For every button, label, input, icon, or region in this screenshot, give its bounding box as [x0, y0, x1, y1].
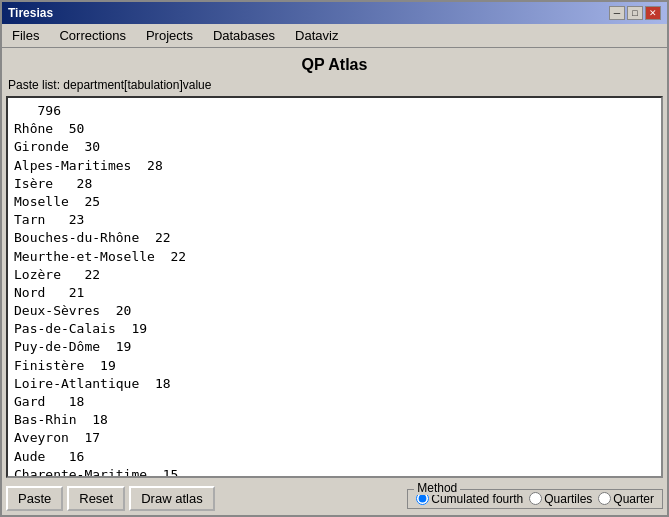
bottom-bar: Paste Reset Draw atlas Method Cumulated …: [2, 482, 667, 515]
close-button[interactable]: ✕: [645, 6, 661, 20]
maximize-button[interactable]: □: [627, 6, 643, 20]
page-title: QP Atlas: [6, 56, 663, 74]
radio-quartiles-label: Quartiles: [544, 492, 592, 506]
data-area[interactable]: 796 Rhône 50 Gironde 30 Alpes-Maritimes …: [6, 96, 663, 478]
radio-quarter-label: Quarter: [613, 492, 654, 506]
radio-quarter[interactable]: Quarter: [598, 492, 654, 506]
menu-corrections[interactable]: Corrections: [53, 26, 131, 45]
minimize-button[interactable]: ─: [609, 6, 625, 20]
radio-quartiles-input[interactable]: [529, 492, 542, 505]
title-bar: Tiresias ─ □ ✕: [2, 2, 667, 24]
menu-bar: Files Corrections Projects Databases Dat…: [2, 24, 667, 48]
menu-projects[interactable]: Projects: [140, 26, 199, 45]
draw-atlas-button[interactable]: Draw atlas: [129, 486, 214, 511]
radio-quarter-input[interactable]: [598, 492, 611, 505]
paste-button[interactable]: Paste: [6, 486, 63, 511]
main-content: QP Atlas Paste list: department[tabulati…: [2, 48, 667, 482]
menu-files[interactable]: Files: [6, 26, 45, 45]
menu-databases[interactable]: Databases: [207, 26, 281, 45]
reset-button[interactable]: Reset: [67, 486, 125, 511]
title-bar-text: Tiresias: [8, 6, 53, 20]
title-bar-controls: ─ □ ✕: [609, 6, 661, 20]
main-window: Tiresias ─ □ ✕ Files Corrections Project…: [0, 0, 669, 517]
method-group: Method Cumulated fourth Quartiles Quarte…: [407, 489, 663, 509]
method-legend: Method: [414, 481, 460, 495]
paste-info: Paste list: department[tabulation]value: [6, 78, 663, 92]
menu-dataviz[interactable]: Dataviz: [289, 26, 344, 45]
radio-quartiles[interactable]: Quartiles: [529, 492, 592, 506]
data-content: 796 Rhône 50 Gironde 30 Alpes-Maritimes …: [14, 102, 655, 478]
